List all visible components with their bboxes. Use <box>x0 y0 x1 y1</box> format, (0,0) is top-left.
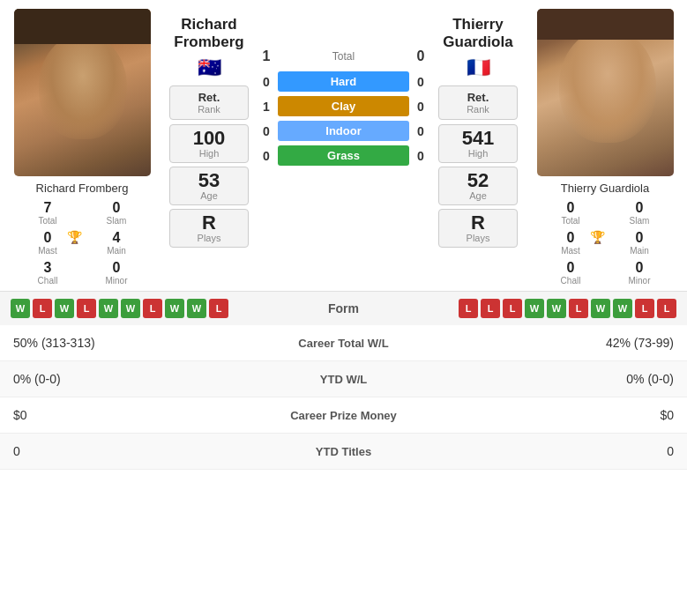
right-high-box: 541 High <box>438 124 518 163</box>
left-mast-value: 0 <box>44 230 52 246</box>
right-minor-stat: 0 Minor <box>606 258 674 287</box>
right-total-label: Total <box>561 216 579 226</box>
left-slam-stat: 0 Slam <box>83 198 151 227</box>
form-badge-right: W <box>613 299 632 318</box>
grass-left-score: 0 <box>258 149 275 163</box>
right-form-badges: LLLWWLWWLL <box>459 299 676 318</box>
stat-left-val: 0% (0-0) <box>13 372 256 386</box>
right-plays-label: Plays <box>452 233 504 243</box>
left-slam-value: 0 <box>113 200 121 216</box>
right-player-name-big: Thierry Guardiola <box>429 16 526 52</box>
right-main-label: Main <box>630 246 649 256</box>
left-flag: 🇦🇺 <box>198 56 221 79</box>
right-age-box: 52 Age <box>438 167 518 205</box>
right-plays-value: R <box>452 213 504 233</box>
middle-scores: 1 Total 0 0 Hard 0 1 Clay 0 0 Indoor 0 <box>258 9 429 170</box>
left-minor-label: Minor <box>105 276 127 286</box>
form-section: WLWLWWLWWL Form LLLWWLWWLL <box>0 291 687 325</box>
stats-row: 0 YTD Titles 0 <box>0 434 687 470</box>
left-slam-label: Slam <box>107 216 127 226</box>
form-badge-left: L <box>33 299 52 318</box>
left-rank-label: Rank <box>183 104 235 115</box>
left-age-box: 53 Age <box>169 167 249 205</box>
indoor-button[interactable]: Indoor <box>278 121 409 141</box>
right-high-label: High <box>452 148 504 159</box>
right-age-value: 52 <box>452 171 504 190</box>
stats-row: $0 Career Prize Money $0 <box>0 397 687 434</box>
form-badge-left: W <box>187 299 206 318</box>
grass-right-score: 0 <box>412 149 429 163</box>
form-badge-right: L <box>657 299 676 318</box>
stat-right-val: $0 <box>432 408 675 422</box>
left-main-label: Main <box>107 246 126 256</box>
total-label: Total <box>275 50 412 63</box>
right-slam-stat: 0 Slam <box>606 198 674 227</box>
left-rank-box: Ret. Rank <box>169 85 249 120</box>
left-player-stats-grid: 7 Total 0 Slam 0 Mast 🏆 4 Main 3 <box>14 198 151 287</box>
stats-table: 50% (313-313) Career Total W/L 42% (73-9… <box>0 325 687 470</box>
indoor-right-score: 0 <box>412 124 429 138</box>
left-high-box: 100 High <box>169 124 249 163</box>
right-player-name: Thierry Guardiola <box>561 182 649 195</box>
left-player-name-big: Richard Fromberg <box>161 16 258 52</box>
right-slam-value: 0 <box>636 200 644 216</box>
right-rank-box: Ret. Rank <box>438 85 518 120</box>
form-label: Form <box>313 301 375 315</box>
clay-left-score: 1 <box>258 100 275 114</box>
stat-center-label: Career Total W/L <box>256 337 432 350</box>
right-age-label: Age <box>452 190 504 201</box>
right-slam-label: Slam <box>630 216 650 226</box>
left-plays-box: R Plays <box>169 209 249 248</box>
form-badge-left: W <box>55 299 74 318</box>
hard-button[interactable]: Hard <box>278 71 409 92</box>
form-badge-right: W <box>525 299 544 318</box>
stat-left-val: 50% (313-313) <box>13 336 256 350</box>
left-total-stat: 7 Total <box>14 198 82 227</box>
indoor-score-row: 0 Indoor 0 <box>258 121 429 141</box>
grass-score-row: 0 Grass 0 <box>258 145 429 166</box>
left-total-label: Total <box>38 216 56 226</box>
stat-right-val: 42% (73-99) <box>432 336 675 350</box>
form-badge-right: W <box>547 299 566 318</box>
form-badge-right: L <box>481 299 500 318</box>
left-age-value: 53 <box>183 171 235 190</box>
stat-right-val: 0 <box>432 444 675 458</box>
form-badge-right: L <box>569 299 588 318</box>
clay-score-row: 1 Clay 0 <box>258 96 429 116</box>
left-plays-label: Plays <box>183 233 235 243</box>
right-plays-box: R Plays <box>438 209 518 248</box>
total-right-score: 0 <box>412 48 429 64</box>
form-badge-right: L <box>459 299 478 318</box>
left-age-label: Age <box>183 190 235 201</box>
clay-button[interactable]: Clay <box>278 96 409 116</box>
stats-row: 50% (313-313) Career Total W/L 42% (73-9… <box>0 325 687 361</box>
right-chall-label: Chall <box>561 276 581 286</box>
form-badge-left: W <box>11 299 30 318</box>
total-left-score: 1 <box>258 48 275 64</box>
left-center-stats: Richard Fromberg 🇦🇺 Ret. Rank 100 High 5… <box>161 9 258 251</box>
stat-center-label: YTD Titles <box>256 445 432 458</box>
right-total-value: 0 <box>567 200 575 216</box>
hard-right-score: 0 <box>412 75 429 89</box>
stat-right-val: 0% (0-0) <box>432 372 675 386</box>
form-badge-right: W <box>591 299 610 318</box>
left-main-stat: 🏆 4 Main <box>83 228 151 257</box>
right-minor-label: Minor <box>628 276 650 286</box>
form-badge-left: W <box>99 299 118 318</box>
clay-right-score: 0 <box>412 100 429 114</box>
right-chall-value: 0 <box>567 260 575 276</box>
stat-center-label: Career Prize Money <box>256 409 432 422</box>
right-player-photo <box>537 9 674 176</box>
left-high-value: 100 <box>183 129 235 148</box>
form-badge-left: W <box>121 299 140 318</box>
trophy-icon-left: 🏆 <box>67 230 82 244</box>
right-player-stats-grid: 0 Total 0 Slam 0 Mast 🏆 0 Main 0 <box>537 198 674 287</box>
form-badge-right: L <box>635 299 654 318</box>
right-mast-label: Mast <box>561 246 580 256</box>
stat-center-label: YTD W/L <box>256 373 432 386</box>
right-player-card: Thierry Guardiola 0 Total 0 Slam 0 Mast … <box>530 9 680 287</box>
grass-button[interactable]: Grass <box>278 145 409 166</box>
form-badge-left: L <box>209 299 228 318</box>
right-minor-value: 0 <box>636 260 644 276</box>
form-badge-left: W <box>165 299 184 318</box>
